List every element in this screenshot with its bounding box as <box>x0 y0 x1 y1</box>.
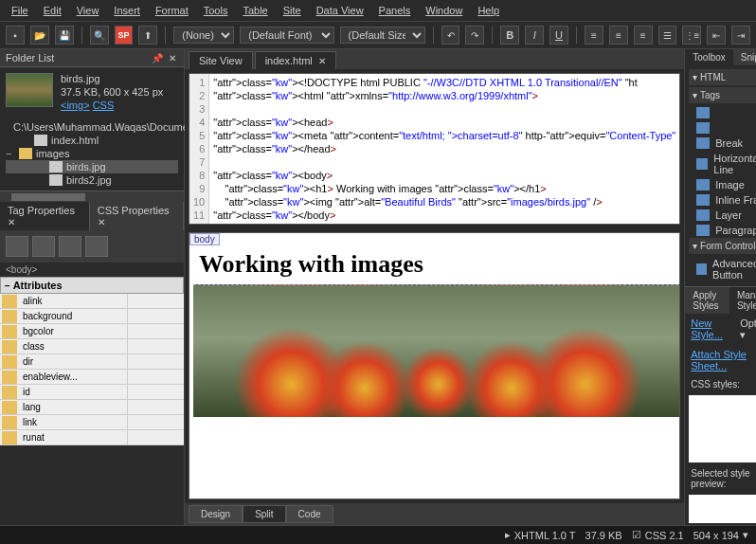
superpreview-button[interactable]: SP <box>115 26 134 45</box>
style-select[interactable]: (None) <box>173 27 234 44</box>
attr-row[interactable]: bgcolor <box>0 324 184 339</box>
underline-button[interactable]: U <box>549 26 568 45</box>
toolbox-item[interactable]: Inline Frame <box>689 192 756 208</box>
tree-node[interactable]: C:\Users\Muhammad.Waqas\Documents\M <box>6 120 178 134</box>
tab-tag-properties[interactable]: Tag Properties ✕ <box>0 202 90 230</box>
align-right-button[interactable]: ≡ <box>634 26 653 45</box>
bold-button[interactable]: B <box>500 26 519 45</box>
attr-row[interactable]: lang <box>0 400 184 415</box>
open-button[interactable]: 📂 <box>30 26 49 45</box>
save-button[interactable]: 💾 <box>55 26 74 45</box>
toolbox-item[interactable]: Image <box>689 177 756 192</box>
outdent-button[interactable]: ⇤ <box>707 26 726 45</box>
tree-node[interactable]: index.html <box>6 134 178 147</box>
status-css[interactable]: ☑ CSS 2.1 <box>632 529 684 541</box>
align-center-button[interactable]: ≡ <box>609 26 628 45</box>
main-toolbar: ▪ 📂 💾 🔍 SP ⬆ (None) (Default Font) (Defa… <box>0 22 756 49</box>
tag-tool-3[interactable] <box>59 236 81 257</box>
attr-row[interactable]: dir <box>0 354 184 370</box>
list-button[interactable]: ☰ <box>658 26 677 45</box>
pin-icon[interactable]: 📌 <box>152 52 163 63</box>
attr-row[interactable]: id <box>0 385 184 400</box>
view-tab-design[interactable]: Design <box>189 505 243 523</box>
new-style-link[interactable]: New Style... <box>691 317 740 341</box>
align-left-button[interactable]: ≡ <box>585 26 603 45</box>
menu-window[interactable]: Window <box>420 3 468 18</box>
menu-bar: FileEditViewInsertFormatToolsTableSiteDa… <box>0 0 756 22</box>
toolbox-item[interactable]: Horizontal Line <box>689 151 756 177</box>
size-select[interactable]: (Default Size) <box>340 27 425 44</box>
tag-tool-2[interactable] <box>32 236 55 257</box>
toolbox-section[interactable]: ▾ HTML <box>689 69 756 85</box>
attr-row[interactable]: link <box>0 415 184 430</box>
preview-image <box>193 284 680 417</box>
tree-node[interactable]: birds2.jpg <box>6 173 178 187</box>
menu-panels[interactable]: Panels <box>373 3 417 18</box>
doc-tab[interactable]: Site View <box>189 51 253 69</box>
status-doctype[interactable]: ▸ XHTML 1.0 T <box>505 529 576 541</box>
attr-row[interactable]: alink <box>0 294 184 309</box>
attr-row[interactable]: class <box>0 339 184 354</box>
menu-file[interactable]: File <box>6 3 34 18</box>
folder-tree[interactable]: C:\Users\Muhammad.Waqas\Documents\Mindex… <box>0 117 184 190</box>
property-tabs: Tag Properties ✕CSS Properties ✕ <box>0 202 184 230</box>
code-editor[interactable]: 1234567891011121314 "attr">class="kw"><!… <box>189 73 680 225</box>
menu-table[interactable]: Table <box>237 3 273 18</box>
undo-button[interactable]: ↶ <box>441 26 460 45</box>
menu-help[interactable]: Help <box>472 3 505 18</box>
img-tag-link[interactable]: <img> <box>61 100 90 111</box>
tag-tool-4[interactable] <box>85 236 108 257</box>
left-pane: Folder List 📌✕ birds.jpg 37.5 KB, 600 x … <box>0 49 185 525</box>
style-tab-manage-styles[interactable]: Manage Styles ✕ <box>729 287 756 314</box>
attributes-header[interactable]: − Attributes <box>0 277 184 294</box>
view-tab-code[interactable]: Code <box>286 505 333 523</box>
bullets-button[interactable]: ⋮≡ <box>682 26 701 45</box>
css-link[interactable]: CSS <box>93 100 115 111</box>
tree-node[interactable]: birds.jpg <box>6 160 178 173</box>
toolbox-tab-toolbox[interactable]: Toolbox <box>685 49 732 65</box>
font-select[interactable]: (Default Font) <box>240 27 333 44</box>
doc-tab[interactable]: index.html ✕ <box>255 51 336 69</box>
menu-tools[interactable]: Tools <box>198 3 234 18</box>
tree-node[interactable]: −images <box>6 147 178 160</box>
css-styles-list[interactable] <box>689 395 756 462</box>
close-icon[interactable]: ✕ <box>167 52 178 63</box>
toolbox-section[interactable]: ▾ Form Controls <box>689 238 756 254</box>
toolbox-tab-snippets[interactable]: Snippets <box>733 49 756 65</box>
toolbox-item[interactable]: Paragraph <box>689 223 756 238</box>
indent-button[interactable]: ⇥ <box>731 26 750 45</box>
attach-stylesheet-link[interactable]: Attach Style Sheet... <box>691 349 756 372</box>
new-button[interactable]: ▪ <box>6 26 25 45</box>
style-tab-apply-styles[interactable]: Apply Styles <box>685 287 729 314</box>
menu-edit[interactable]: Edit <box>38 3 67 18</box>
italic-button[interactable]: I <box>525 26 544 45</box>
menu-insert[interactable]: Insert <box>108 3 146 18</box>
design-preview[interactable]: body Working with images <box>189 232 680 499</box>
document-tabs: Site Viewindex.html ✕ <box>185 49 684 69</box>
redo-button[interactable]: ↷ <box>465 26 484 45</box>
publish-button[interactable]: ⬆ <box>138 26 157 45</box>
options-button[interactable]: Options ▾ <box>740 317 756 341</box>
toolbox-item[interactable] <box>689 105 756 120</box>
scrollbar[interactable] <box>0 190 184 202</box>
menu-view[interactable]: View <box>71 3 105 18</box>
toolbox-item[interactable] <box>689 120 756 136</box>
tag-tool-1[interactable] <box>6 236 28 257</box>
style-tabs: Apply StylesManage Styles ✕ <box>685 287 756 314</box>
preview-button[interactable]: 🔍 <box>90 26 109 45</box>
menu-format[interactable]: Format <box>150 3 194 18</box>
close-icon[interactable]: ✕ <box>318 56 326 66</box>
attr-row[interactable]: runat <box>0 430 184 445</box>
toolbox-section[interactable]: ▾ Tags <box>689 87 756 103</box>
toolbox-item[interactable]: Advanced Button <box>689 256 756 282</box>
attr-row[interactable]: background <box>0 309 184 324</box>
toolbox-item[interactable]: Layer <box>689 208 756 223</box>
status-filesize: 37.9 KB <box>585 530 622 541</box>
toolbox-item[interactable]: Break <box>689 136 756 151</box>
view-tab-split[interactable]: Split <box>243 505 285 523</box>
attr-row[interactable]: enableview... <box>0 370 184 385</box>
menu-data-view[interactable]: Data View <box>311 3 369 18</box>
thumb-meta: 37.5 KB, 600 x 425 px <box>61 86 163 98</box>
menu-site[interactable]: Site <box>278 3 307 18</box>
tab-css-properties[interactable]: CSS Properties ✕ <box>90 202 184 230</box>
